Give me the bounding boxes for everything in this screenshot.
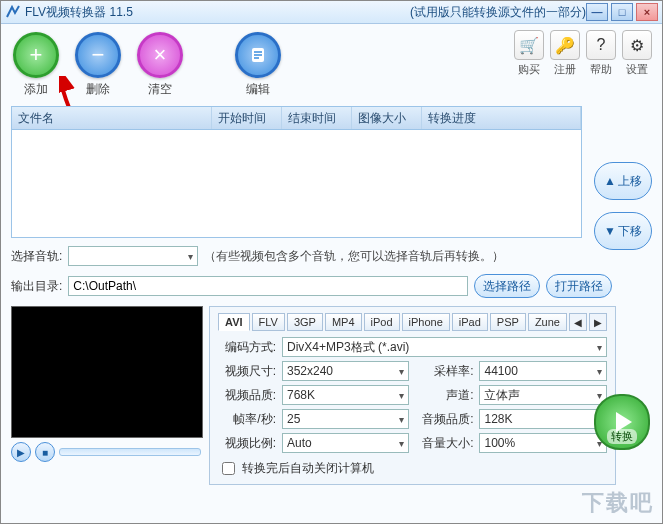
codec-select[interactable]: DivX4+MP3格式 (*.avi)▾ (282, 337, 607, 357)
stop-button[interactable]: ■ (35, 442, 55, 462)
format-tab-psp[interactable]: PSP (490, 313, 526, 331)
output-dir-label: 输出目录: (11, 278, 62, 295)
close-button[interactable]: × (636, 3, 658, 21)
format-tab-avi[interactable]: AVI (218, 313, 250, 331)
format-tab-ipad[interactable]: iPad (452, 313, 488, 331)
fps-select[interactable]: 25▾ (282, 409, 409, 429)
register-button[interactable]: 🔑注册 (550, 30, 580, 77)
output-dir-input[interactable] (68, 276, 468, 296)
tab-prev[interactable]: ◀ (569, 313, 587, 331)
minus-icon: − (75, 32, 121, 78)
channels-select[interactable]: 立体声▾ (479, 385, 606, 405)
key-icon: 🔑 (550, 30, 580, 60)
audio-track-select[interactable]: ▾ (68, 246, 198, 266)
help-button[interactable]: ?帮助 (586, 30, 616, 77)
watermark: 下载吧 (582, 488, 654, 518)
video-size-select[interactable]: 352x240▾ (282, 361, 409, 381)
volume-select[interactable]: 100%▾ (479, 433, 606, 453)
samplerate-label: 采样率: (415, 363, 473, 380)
minimize-button[interactable]: — (586, 3, 608, 21)
audio-track-label: 选择音轨: (11, 248, 62, 265)
app-icon (5, 4, 21, 20)
edit-button[interactable]: 编辑 (233, 30, 283, 100)
audio-bitrate-select[interactable]: 128K▾ (479, 409, 606, 429)
col-start[interactable]: 开始时间 (212, 107, 282, 129)
move-up-button[interactable]: ▲上移 (594, 162, 652, 200)
chevron-down-icon: ▼ (604, 224, 616, 238)
seek-slider[interactable] (59, 448, 201, 456)
shutdown-label: 转换完后自动关闭计算机 (242, 460, 374, 477)
settings-button[interactable]: ⚙设置 (622, 30, 652, 77)
audio-hint: （有些视频包含多个音轨，您可以选择音轨后再转换。） (204, 248, 504, 265)
tab-next[interactable]: ▶ (589, 313, 607, 331)
size-label: 视频尺寸: (218, 363, 276, 380)
shutdown-checkbox[interactable] (222, 462, 235, 475)
titlebar: FLV视频转换器 11.5 (试用版只能转换源文件的一部分) — □ × (1, 1, 662, 24)
cart-icon: 🛒 (514, 30, 544, 60)
format-tab-zune[interactable]: Zune (528, 313, 567, 331)
aspect-ratio-select[interactable]: Auto▾ (282, 433, 409, 453)
convert-button[interactable]: 转换 (594, 394, 650, 450)
title-suffix: (试用版只能转换源文件的一部分) (410, 4, 586, 21)
add-button[interactable]: + 添加 (11, 30, 61, 100)
move-down-button[interactable]: ▼下移 (594, 212, 652, 250)
format-tab-3gp[interactable]: 3GP (287, 313, 323, 331)
col-end[interactable]: 结束时间 (282, 107, 352, 129)
app-title: FLV视频转换器 11.5 (25, 4, 406, 21)
codec-label: 编码方式: (218, 339, 276, 356)
chevron-up-icon: ▲ (604, 174, 616, 188)
edit-icon (235, 32, 281, 78)
channels-label: 声道: (415, 387, 473, 404)
col-progress[interactable]: 转换进度 (422, 107, 581, 129)
remove-button[interactable]: − 删除 (73, 30, 123, 100)
volume-label: 音量大小: (415, 435, 473, 452)
buy-button[interactable]: 🛒购买 (514, 30, 544, 77)
preview-screen (11, 306, 203, 438)
plus-icon: + (13, 32, 59, 78)
open-path-button[interactable]: 打开路径 (546, 274, 612, 298)
list-header: 文件名 开始时间 结束时间 图像大小 转换进度 (12, 107, 581, 130)
gear-icon: ⚙ (622, 30, 652, 60)
fps-label: 帧率/秒: (218, 411, 276, 428)
x-icon: × (137, 32, 183, 78)
vbitrate-label: 视频品质: (218, 387, 276, 404)
format-tab-mp4[interactable]: MP4 (325, 313, 362, 331)
clear-button[interactable]: × 清空 (135, 30, 185, 100)
maximize-button[interactable]: □ (611, 3, 633, 21)
abitrate-label: 音频品质: (415, 411, 473, 428)
col-size[interactable]: 图像大小 (352, 107, 422, 129)
format-tab-flv[interactable]: FLV (252, 313, 285, 331)
help-icon: ? (586, 30, 616, 60)
ratio-label: 视频比例: (218, 435, 276, 452)
preview-pane: ▶ ■ (11, 306, 201, 485)
play-button[interactable]: ▶ (11, 442, 31, 462)
encoding-settings: AVIFLV3GPMP4iPodiPhoneiPadPSPZune◀▶ 编码方式… (209, 306, 616, 485)
chevron-down-icon: ▾ (188, 251, 193, 262)
video-bitrate-select[interactable]: 768K▾ (282, 385, 409, 405)
col-filename[interactable]: 文件名 (12, 107, 212, 129)
format-tab-iphone[interactable]: iPhone (402, 313, 450, 331)
samplerate-select[interactable]: 44100▾ (479, 361, 606, 381)
choose-path-button[interactable]: 选择路径 (474, 274, 540, 298)
file-list[interactable]: 文件名 开始时间 结束时间 图像大小 转换进度 (11, 106, 582, 238)
format-tab-ipod[interactable]: iPod (364, 313, 400, 331)
